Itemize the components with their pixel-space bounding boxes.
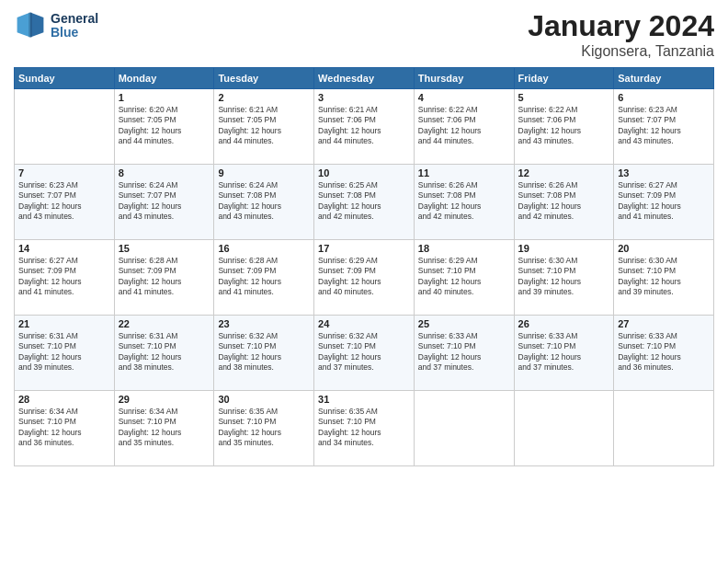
calendar-cell: 20Sunrise: 6:30 AM Sunset: 7:10 PM Dayli… [614, 240, 714, 316]
calendar-cell: 24Sunrise: 6:32 AM Sunset: 7:10 PM Dayli… [314, 316, 415, 391]
day-info: Sunrise: 6:30 AM Sunset: 7:10 PM Dayligh… [618, 256, 710, 298]
day-number: 5 [518, 92, 610, 103]
calendar-cell: 21Sunrise: 6:31 AM Sunset: 7:10 PM Dayli… [15, 316, 115, 391]
day-info: Sunrise: 6:27 AM Sunset: 7:09 PM Dayligh… [618, 180, 710, 223]
calendar-cell: 26Sunrise: 6:33 AM Sunset: 7:10 PM Dayli… [514, 316, 614, 391]
header: General Blue January 2024 Kigonsera, Tan… [14, 9, 714, 60]
week-row-3: 14Sunrise: 6:27 AM Sunset: 7:09 PM Dayli… [15, 240, 714, 316]
day-info: Sunrise: 6:32 AM Sunset: 7:10 PM Dayligh… [318, 331, 410, 373]
header-cell-thursday: Thursday [414, 68, 514, 89]
calendar-cell: 27Sunrise: 6:33 AM Sunset: 7:10 PM Dayli… [614, 316, 714, 391]
calendar-cell: 5Sunrise: 6:22 AM Sunset: 7:06 PM Daylig… [514, 89, 614, 165]
day-info: Sunrise: 6:23 AM Sunset: 7:07 PM Dayligh… [18, 180, 110, 223]
day-info: Sunrise: 6:35 AM Sunset: 7:10 PM Dayligh… [318, 407, 410, 449]
calendar-cell: 7Sunrise: 6:23 AM Sunset: 7:07 PM Daylig… [15, 165, 115, 240]
day-info: Sunrise: 6:33 AM Sunset: 7:10 PM Dayligh… [418, 331, 510, 373]
day-info: Sunrise: 6:20 AM Sunset: 7:05 PM Dayligh… [119, 105, 210, 147]
calendar-cell: 2Sunrise: 6:21 AM Sunset: 7:05 PM Daylig… [214, 89, 314, 165]
day-number: 30 [218, 394, 310, 405]
calendar-cell [414, 391, 514, 466]
day-info: Sunrise: 6:22 AM Sunset: 7:06 PM Dayligh… [418, 105, 510, 147]
calendar-cell: 4Sunrise: 6:22 AM Sunset: 7:06 PM Daylig… [414, 89, 514, 165]
day-info: Sunrise: 6:27 AM Sunset: 7:09 PM Dayligh… [18, 256, 110, 298]
day-number: 14 [18, 243, 110, 254]
location-title: Kigonsera, Tanzania [528, 43, 714, 60]
day-info: Sunrise: 6:33 AM Sunset: 7:10 PM Dayligh… [518, 331, 610, 373]
day-info: Sunrise: 6:21 AM Sunset: 7:06 PM Dayligh… [318, 105, 410, 147]
day-number: 10 [318, 167, 410, 178]
calendar-cell: 11Sunrise: 6:26 AM Sunset: 7:08 PM Dayli… [414, 165, 514, 240]
day-number: 8 [119, 167, 210, 178]
calendar-cell: 1Sunrise: 6:20 AM Sunset: 7:05 PM Daylig… [114, 89, 214, 165]
day-number: 2 [218, 92, 310, 103]
day-number: 20 [618, 243, 710, 254]
calendar-cell: 28Sunrise: 6:34 AM Sunset: 7:10 PM Dayli… [15, 391, 115, 466]
logo-icon [14, 9, 47, 42]
calendar-cell: 16Sunrise: 6:28 AM Sunset: 7:09 PM Dayli… [214, 240, 314, 316]
svg-rect-3 [28, 13, 32, 38]
calendar-cell: 29Sunrise: 6:34 AM Sunset: 7:10 PM Dayli… [114, 391, 214, 466]
day-number: 9 [218, 167, 310, 178]
day-number: 15 [119, 243, 210, 254]
day-number: 26 [518, 318, 610, 329]
calendar-cell [614, 391, 714, 466]
calendar-cell: 17Sunrise: 6:29 AM Sunset: 7:09 PM Dayli… [314, 240, 415, 316]
calendar-cell [15, 89, 115, 165]
day-info: Sunrise: 6:28 AM Sunset: 7:09 PM Dayligh… [218, 256, 310, 298]
calendar-cell: 19Sunrise: 6:30 AM Sunset: 7:10 PM Dayli… [514, 240, 614, 316]
day-number: 29 [119, 394, 210, 405]
day-number: 6 [618, 92, 710, 103]
day-number: 21 [18, 318, 110, 329]
day-number: 22 [119, 318, 210, 329]
calendar-cell: 3Sunrise: 6:21 AM Sunset: 7:06 PM Daylig… [314, 89, 415, 165]
calendar-cell: 14Sunrise: 6:27 AM Sunset: 7:09 PM Dayli… [15, 240, 115, 316]
week-row-4: 21Sunrise: 6:31 AM Sunset: 7:10 PM Dayli… [15, 316, 714, 391]
calendar-cell: 8Sunrise: 6:24 AM Sunset: 7:07 PM Daylig… [114, 165, 214, 240]
day-number: 11 [418, 167, 510, 178]
logo-blue: Blue [51, 26, 98, 40]
day-info: Sunrise: 6:25 AM Sunset: 7:08 PM Dayligh… [318, 180, 410, 223]
day-info: Sunrise: 6:28 AM Sunset: 7:09 PM Dayligh… [119, 256, 210, 298]
header-cell-tuesday: Tuesday [214, 68, 314, 89]
header-row: SundayMondayTuesdayWednesdayThursdayFrid… [15, 68, 714, 89]
calendar-cell: 15Sunrise: 6:28 AM Sunset: 7:09 PM Dayli… [114, 240, 214, 316]
header-cell-saturday: Saturday [614, 68, 714, 89]
header-cell-sunday: Sunday [15, 68, 115, 89]
day-info: Sunrise: 6:32 AM Sunset: 7:10 PM Dayligh… [218, 331, 310, 373]
day-number: 1 [119, 92, 210, 103]
day-number: 24 [318, 318, 410, 329]
calendar-cell: 13Sunrise: 6:27 AM Sunset: 7:09 PM Dayli… [614, 165, 714, 240]
title-block: January 2024 Kigonsera, Tanzania [528, 9, 714, 60]
day-number: 12 [518, 167, 610, 178]
day-info: Sunrise: 6:24 AM Sunset: 7:07 PM Dayligh… [119, 180, 210, 223]
calendar-cell [514, 391, 614, 466]
calendar-cell: 10Sunrise: 6:25 AM Sunset: 7:08 PM Dayli… [314, 165, 415, 240]
month-title: January 2024 [528, 9, 714, 43]
calendar-body: 1Sunrise: 6:20 AM Sunset: 7:05 PM Daylig… [15, 89, 714, 466]
page: General Blue January 2024 Kigonsera, Tan… [0, 0, 728, 563]
day-number: 25 [418, 318, 510, 329]
day-number: 7 [18, 167, 110, 178]
day-number: 4 [418, 92, 510, 103]
calendar-cell: 22Sunrise: 6:31 AM Sunset: 7:10 PM Dayli… [114, 316, 214, 391]
calendar-cell: 23Sunrise: 6:32 AM Sunset: 7:10 PM Dayli… [214, 316, 314, 391]
day-number: 13 [618, 167, 710, 178]
calendar-cell: 18Sunrise: 6:29 AM Sunset: 7:10 PM Dayli… [414, 240, 514, 316]
day-number: 18 [418, 243, 510, 254]
day-info: Sunrise: 6:34 AM Sunset: 7:10 PM Dayligh… [18, 407, 110, 449]
day-number: 23 [218, 318, 310, 329]
header-cell-friday: Friday [514, 68, 614, 89]
day-info: Sunrise: 6:31 AM Sunset: 7:10 PM Dayligh… [18, 331, 110, 373]
calendar-header: SundayMondayTuesdayWednesdayThursdayFrid… [15, 68, 714, 89]
day-info: Sunrise: 6:24 AM Sunset: 7:08 PM Dayligh… [218, 180, 310, 223]
week-row-1: 1Sunrise: 6:20 AM Sunset: 7:05 PM Daylig… [15, 89, 714, 165]
calendar-cell: 6Sunrise: 6:23 AM Sunset: 7:07 PM Daylig… [614, 89, 714, 165]
day-info: Sunrise: 6:29 AM Sunset: 7:09 PM Dayligh… [318, 256, 410, 298]
day-number: 31 [318, 394, 410, 405]
day-info: Sunrise: 6:31 AM Sunset: 7:10 PM Dayligh… [119, 331, 210, 373]
logo-text: General Blue [51, 12, 98, 40]
day-number: 27 [618, 318, 710, 329]
day-info: Sunrise: 6:26 AM Sunset: 7:08 PM Dayligh… [418, 180, 510, 223]
day-info: Sunrise: 6:35 AM Sunset: 7:10 PM Dayligh… [218, 407, 310, 449]
day-number: 17 [318, 243, 410, 254]
